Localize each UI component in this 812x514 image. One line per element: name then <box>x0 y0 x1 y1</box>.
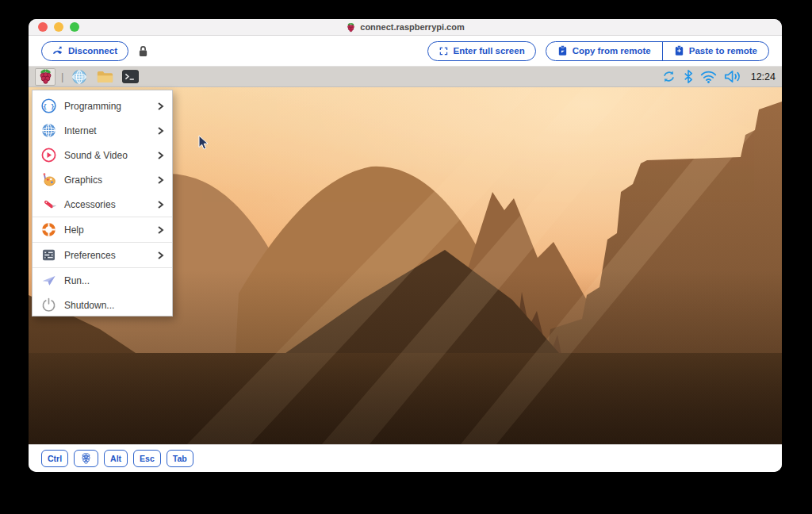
clipboard-button-group: Copy from remote Paste to remote <box>546 41 769 61</box>
web-browser-icon <box>71 69 87 85</box>
help-icon <box>40 222 56 238</box>
window-title: connect.raspberrypi.com <box>360 22 464 32</box>
menu-item-run[interactable]: Run... <box>33 268 172 293</box>
tab-key-button[interactable]: Tab <box>167 450 193 467</box>
menu-item-shutdown[interactable]: Shutdown... <box>33 293 172 317</box>
sound-video-icon <box>40 148 56 163</box>
copy-clipboard-icon <box>557 45 568 56</box>
raspberry-favicon <box>346 22 356 33</box>
terminal-icon <box>122 70 139 83</box>
preferences-icon <box>40 247 56 263</box>
svg-text:{ }: { } <box>43 103 55 110</box>
virtual-key-bar: Ctrl Alt Esc Tab <box>29 444 782 472</box>
lock-icon <box>138 45 148 57</box>
shutdown-icon <box>40 297 56 313</box>
connect-window: connect.raspberrypi.com Disconnect Enter… <box>29 19 782 472</box>
chevron-right-icon <box>157 201 164 209</box>
chevron-right-icon <box>157 127 164 135</box>
chevron-right-icon <box>157 102 164 110</box>
enter-full-screen-button[interactable]: Enter full screen <box>427 41 536 61</box>
raspberry-key-button[interactable] <box>74 450 98 467</box>
graphics-icon <box>40 172 56 188</box>
menu-item-help[interactable]: Help <box>33 217 172 242</box>
esc-key-button[interactable]: Esc <box>133 450 161 467</box>
raspberry-menu-icon <box>37 68 54 85</box>
application-menu: { } Programming <box>32 90 173 316</box>
minimize-window-button[interactable] <box>54 22 63 32</box>
connect-toolbar: Disconnect Enter full screen Copy from <box>29 36 782 67</box>
alt-key-button[interactable]: Alt <box>104 450 128 467</box>
accessories-icon <box>40 197 56 213</box>
web-browser-button[interactable] <box>69 68 90 86</box>
menu-item-internet[interactable]: Internet <box>33 118 172 143</box>
bluetooth-icon[interactable] <box>684 70 693 83</box>
close-window-button[interactable] <box>38 22 48 32</box>
file-manager-icon <box>97 70 113 84</box>
raspberry-menu-button[interactable] <box>35 68 56 86</box>
menu-item-preferences[interactable]: Preferences <box>33 243 172 267</box>
zoom-window-button[interactable] <box>70 22 79 32</box>
disconnect-button[interactable]: Disconnect <box>41 41 128 61</box>
remote-desktop-screen[interactable]: | <box>29 67 782 444</box>
phone-disconnect-icon <box>52 45 63 56</box>
chevron-right-icon <box>157 176 164 184</box>
mouse-cursor <box>198 135 209 151</box>
macos-titlebar: connect.raspberrypi.com <box>29 19 782 36</box>
ctrl-key-button[interactable]: Ctrl <box>41 450 68 467</box>
menu-item-programming[interactable]: { } Programming <box>33 94 172 118</box>
menu-item-accessories[interactable]: Accessories <box>33 192 172 217</box>
terminal-button[interactable] <box>120 68 140 86</box>
panel-clock: 12:24 <box>751 71 776 82</box>
menu-item-graphics[interactable]: Graphics <box>33 167 172 192</box>
expand-icon <box>439 46 449 56</box>
paste-to-remote-button[interactable]: Paste to remote <box>662 42 768 60</box>
menu-item-sound-video[interactable]: Sound & Video <box>33 143 172 167</box>
wifi-icon[interactable] <box>700 71 717 83</box>
run-icon <box>40 273 56 289</box>
sync-icon[interactable] <box>661 70 676 83</box>
pi-panel: | <box>29 67 782 87</box>
chevron-right-icon <box>157 152 164 159</box>
file-manager-button[interactable] <box>94 68 115 86</box>
programming-icon: { } <box>40 98 56 114</box>
internet-icon <box>40 123 56 139</box>
paste-clipboard-icon <box>674 45 684 56</box>
copy-from-remote-button[interactable]: Copy from remote <box>546 42 662 60</box>
chevron-right-icon <box>157 251 164 259</box>
chevron-right-icon <box>157 226 164 234</box>
panel-separator: | <box>61 71 63 82</box>
volume-icon[interactable] <box>724 70 742 83</box>
raspberry-key-icon <box>80 452 92 465</box>
